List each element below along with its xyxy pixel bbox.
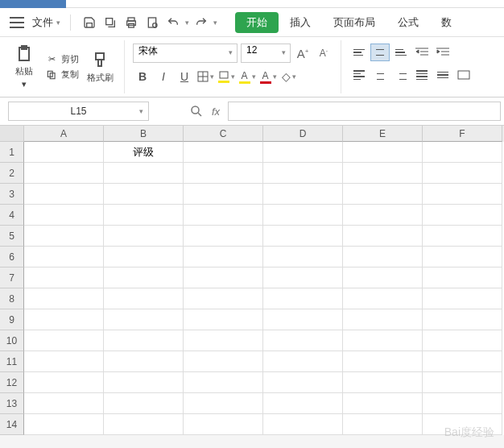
row-header[interactable]: 3 [0, 184, 24, 205]
cell[interactable] [343, 351, 423, 372]
cell[interactable] [184, 163, 263, 184]
highlight-button[interactable]: A▾ [238, 68, 257, 85]
cell[interactable] [343, 393, 423, 414]
cell[interactable] [184, 268, 263, 288]
cell[interactable] [104, 330, 184, 351]
cell[interactable] [343, 163, 423, 184]
copy-button[interactable]: 复制 [45, 68, 79, 81]
cell[interactable] [24, 247, 104, 268]
cell[interactable] [184, 351, 263, 372]
cell[interactable] [184, 142, 263, 163]
cell[interactable] [423, 288, 502, 309]
row-header[interactable]: 1 [0, 142, 24, 163]
decrease-font-button[interactable]: A- [315, 44, 333, 62]
cell[interactable] [263, 309, 343, 330]
cell[interactable] [24, 414, 104, 435]
cell[interactable] [184, 393, 263, 414]
cell[interactable] [263, 351, 343, 372]
row-header[interactable]: 14 [0, 414, 24, 435]
col-header-F[interactable]: F [423, 126, 502, 142]
cell[interactable] [104, 414, 184, 435]
row-header[interactable]: 8 [0, 288, 24, 309]
bold-button[interactable]: B [133, 68, 152, 85]
cell[interactable] [343, 226, 423, 247]
cell[interactable] [104, 393, 184, 414]
col-header-D[interactable]: D [263, 126, 343, 142]
cell[interactable] [263, 268, 343, 288]
file-menu[interactable]: 文件 ▾ [32, 15, 60, 30]
font-color-button[interactable]: A▾ [258, 68, 278, 85]
cell[interactable] [104, 247, 184, 268]
print-icon[interactable] [122, 14, 140, 31]
search-fx-icon[interactable] [189, 104, 204, 118]
distribute-button[interactable] [433, 66, 452, 84]
cell[interactable] [104, 309, 184, 330]
cell[interactable] [184, 309, 263, 330]
redo-dropdown-icon[interactable]: ▾ [213, 19, 217, 27]
cell[interactable] [263, 372, 343, 393]
formula-input[interactable] [228, 102, 501, 121]
cell[interactable] [104, 268, 184, 288]
align-justify-button[interactable] [412, 66, 432, 84]
cell[interactable] [263, 226, 343, 247]
cell[interactable] [423, 351, 502, 372]
row-header[interactable]: 13 [0, 393, 24, 414]
cell[interactable] [423, 393, 502, 414]
indent-decrease-button[interactable] [412, 44, 432, 61]
cell[interactable] [343, 268, 423, 288]
cell[interactable] [423, 247, 502, 268]
clear-format-button[interactable]: ◇▾ [279, 68, 299, 85]
cell[interactable]: 评级 [104, 142, 184, 163]
align-top-button[interactable] [349, 44, 369, 61]
cell[interactable] [343, 372, 423, 393]
cell[interactable] [343, 309, 423, 330]
hamburger-icon[interactable] [10, 17, 24, 28]
paste-button[interactable]: 粘贴 ▾ [8, 42, 40, 92]
cell[interactable] [343, 184, 423, 205]
cell[interactable] [263, 414, 343, 435]
cell[interactable] [263, 205, 343, 226]
cell[interactable] [343, 205, 423, 226]
cell[interactable] [104, 163, 184, 184]
cell[interactable] [263, 330, 343, 351]
cell[interactable] [263, 142, 343, 163]
tab-insert[interactable]: 插入 [279, 12, 322, 33]
align-left-button[interactable] [349, 66, 369, 84]
cell[interactable] [24, 226, 104, 247]
row-header[interactable]: 6 [0, 247, 24, 268]
align-center-button[interactable] [370, 66, 390, 84]
cell[interactable] [423, 184, 502, 205]
cell[interactable] [104, 226, 184, 247]
print-preview-icon[interactable] [143, 14, 161, 31]
underline-button[interactable]: U [175, 68, 194, 85]
row-header[interactable]: 4 [0, 205, 24, 226]
cell[interactable] [343, 247, 423, 268]
cell[interactable] [24, 330, 104, 351]
cell[interactable] [184, 205, 263, 226]
cell[interactable] [104, 205, 184, 226]
cell[interactable] [184, 288, 263, 309]
cell[interactable] [184, 247, 263, 268]
format-brush-button[interactable]: 格式刷 [84, 42, 116, 92]
cell[interactable] [423, 226, 502, 247]
redo-icon[interactable] [192, 14, 210, 31]
cell[interactable] [263, 163, 343, 184]
cell[interactable] [343, 330, 423, 351]
tab-data[interactable]: 数 [430, 12, 463, 33]
cell[interactable] [184, 330, 263, 351]
fx-label[interactable]: fx [212, 106, 220, 118]
cell[interactable] [263, 288, 343, 309]
cut-button[interactable]: ✂剪切 [45, 53, 79, 66]
cell[interactable] [184, 372, 263, 393]
cell[interactable] [184, 184, 263, 205]
cell[interactable] [104, 372, 184, 393]
cell[interactable] [263, 247, 343, 268]
tab-pagelayout[interactable]: 页面布局 [322, 12, 386, 33]
cell[interactable] [423, 163, 502, 184]
align-bottom-button[interactable] [391, 44, 411, 61]
font-name-select[interactable]: 宋体 [133, 44, 238, 63]
tab-formula[interactable]: 公式 [386, 12, 430, 33]
cell[interactable] [263, 184, 343, 205]
undo-dropdown-icon[interactable]: ▾ [185, 19, 189, 27]
row-header[interactable]: 5 [0, 226, 24, 247]
